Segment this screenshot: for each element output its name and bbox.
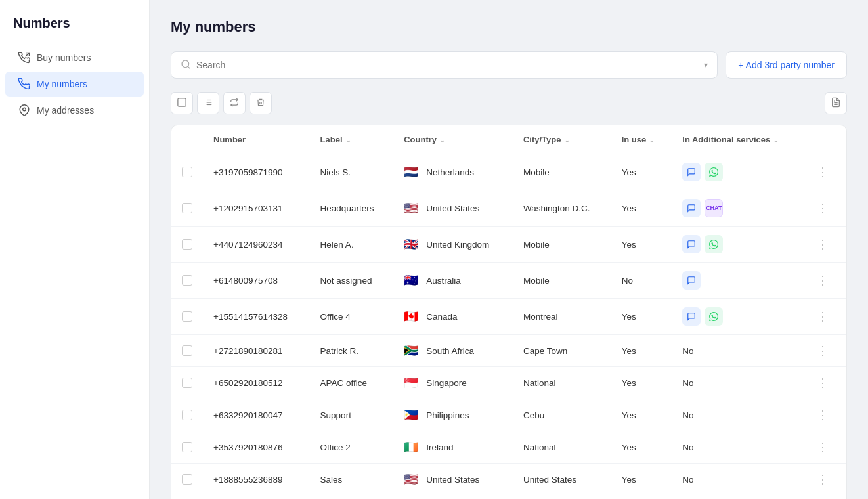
row-label: Office 2 [310, 431, 394, 464]
services-no-label: No [682, 443, 693, 452]
row-checkbox-cell [171, 431, 203, 464]
row-checkbox-cell [171, 190, 203, 227]
row-more-button[interactable]: ⋮ [814, 163, 831, 181]
row-more-button[interactable]: ⋮ [814, 341, 831, 360]
row-country: 🇿🇦 South Africa [393, 335, 513, 367]
toolbar [171, 89, 847, 117]
sms-service-icon[interactable] [682, 271, 701, 290]
search-dropdown-icon[interactable]: ▾ [704, 60, 708, 70]
row-checkbox-cell [171, 154, 203, 190]
row-checkbox[interactable] [182, 311, 192, 322]
row-checkbox-cell [171, 335, 203, 367]
col-country[interactable]: Country⌄ [393, 125, 513, 154]
row-country: 🇨🇦 Canada [393, 299, 513, 335]
row-checkbox[interactable] [182, 167, 192, 177]
main-content: My numbers ▾ + Add 3rd party number [150, 0, 868, 499]
country-name: Canada [426, 312, 457, 322]
row-more-button[interactable]: ⋮ [814, 235, 831, 253]
country-name: United States [426, 204, 479, 213]
country-flag: 🇮🇪 [404, 440, 418, 454]
row-in-use: Yes [611, 464, 672, 496]
row-more: ⋮ [804, 431, 846, 464]
row-checkbox[interactable] [182, 239, 192, 250]
row-more-button[interactable]: ⋮ [814, 199, 831, 217]
col-city-type[interactable]: City/Type⌄ [513, 125, 611, 154]
export-icon [831, 97, 841, 110]
row-more-button[interactable]: ⋮ [814, 271, 831, 290]
sms-service-icon[interactable] [682, 199, 701, 217]
row-city-type: Mobile [513, 154, 611, 190]
sidebar-item-my-numbers[interactable]: My numbers [5, 72, 144, 97]
country-name: United Kingdom [426, 240, 489, 250]
row-checkbox[interactable] [182, 410, 192, 420]
col-in-use[interactable]: In use⌄ [611, 125, 672, 154]
country-flag: 🇦🇺 [404, 273, 418, 288]
country-name: Netherlands [426, 167, 474, 177]
reassign-icon [230, 98, 239, 109]
services-no-label: No [682, 378, 693, 388]
manage-columns-button[interactable] [197, 92, 219, 114]
select-all-checkbox[interactable] [171, 92, 193, 114]
row-label: Headquarters [310, 190, 394, 227]
row-more: ⋮ [804, 263, 846, 299]
row-more: ⋮ [804, 464, 846, 496]
add-3rd-party-button[interactable]: + Add 3rd party number [726, 51, 847, 79]
row-more: ⋮ [804, 299, 846, 335]
sidebar-item-buy-numbers[interactable]: Buy numbers [5, 45, 144, 70]
chatwoot-service-icon[interactable]: CHAT [705, 199, 723, 217]
col-label[interactable]: Label⌄ [310, 125, 394, 154]
row-checkbox[interactable] [182, 203, 192, 213]
row-country: 🇦🇺 Australia [393, 263, 513, 299]
search-icon [181, 59, 191, 72]
row-number: +3537920180876 [203, 431, 310, 464]
row-more: ⋮ [804, 154, 846, 190]
reassign-button[interactable] [223, 92, 246, 114]
sms-service-icon[interactable] [682, 235, 701, 253]
row-services [672, 227, 804, 263]
col-number: Number [203, 125, 310, 154]
row-more-button[interactable]: ⋮ [814, 307, 831, 326]
row-checkbox[interactable] [182, 378, 192, 388]
row-checkbox-cell [171, 399, 203, 431]
col-additional-services[interactable]: In Additional services⌄ [672, 125, 804, 154]
phone-icon [18, 78, 30, 90]
row-more-button[interactable]: ⋮ [814, 470, 831, 488]
table-row: +1888555236889 Sales 🇺🇸 United States Un… [171, 464, 846, 496]
sms-service-icon[interactable] [682, 307, 701, 326]
search-input[interactable] [196, 60, 699, 70]
sms-service-icon[interactable] [682, 163, 701, 181]
row-in-use: No [611, 263, 672, 299]
row-checkbox[interactable] [182, 345, 192, 356]
row-more: ⋮ [804, 190, 846, 227]
row-country: 🇺🇸 United States [393, 464, 513, 496]
search-row: ▾ + Add 3rd party number [171, 51, 847, 79]
sidebar-item-my-addresses[interactable]: My addresses [5, 98, 144, 123]
country-flag: 🇨🇦 [404, 309, 418, 324]
row-checkbox[interactable] [182, 474, 192, 485]
row-country: 🇵🇭 Philippines [393, 399, 513, 431]
country-flag: 🇺🇸 [404, 472, 418, 487]
export-button[interactable] [825, 92, 847, 114]
row-in-use: Yes [611, 335, 672, 367]
whatsapp-service-icon[interactable] [705, 163, 723, 181]
row-label: APAC office [310, 367, 394, 399]
row-number: +15514157614328 [203, 299, 310, 335]
whatsapp-service-icon[interactable] [705, 307, 723, 326]
row-label: Support [310, 399, 394, 431]
delete-button[interactable] [250, 92, 272, 114]
row-checkbox[interactable] [182, 442, 192, 452]
row-label: Patrick R. [310, 335, 394, 367]
row-more-button[interactable]: ⋮ [814, 374, 831, 392]
row-services: No [672, 464, 804, 496]
row-more-button[interactable]: ⋮ [814, 406, 831, 424]
row-city-type: Cape Town [513, 335, 611, 367]
row-checkbox[interactable] [182, 275, 192, 286]
row-city-type: United States [513, 464, 611, 496]
table-row: +1202915703131 Headquarters 🇺🇸 United St… [171, 190, 846, 227]
row-more: ⋮ [804, 399, 846, 431]
table-row: +4407124960234 Helen A. 🇬🇧 United Kingdo… [171, 227, 846, 263]
row-label: Not assigned [310, 263, 394, 299]
row-more-button[interactable]: ⋮ [814, 438, 831, 456]
sidebar-item-buy-numbers-label: Buy numbers [37, 53, 91, 63]
whatsapp-service-icon[interactable] [705, 235, 723, 253]
